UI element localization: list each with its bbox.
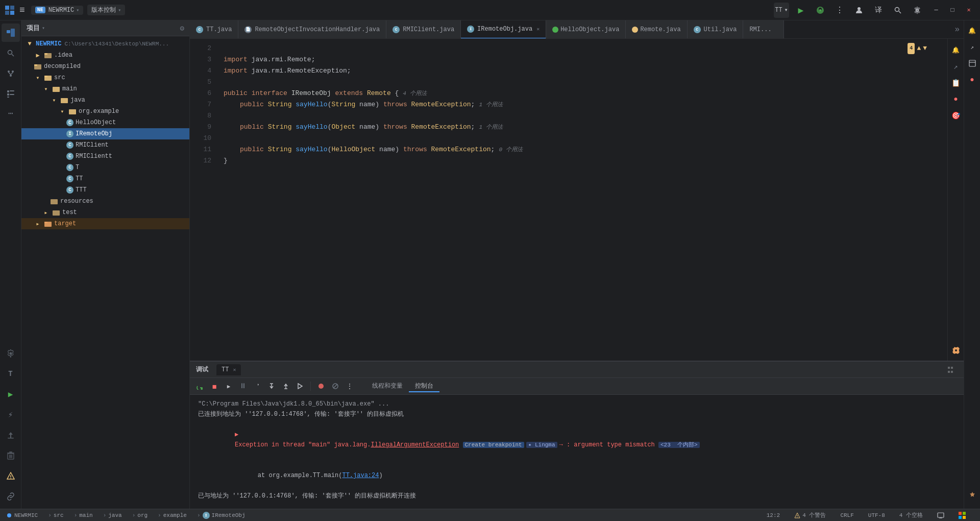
- tree-item-helloobject[interactable]: C HelloObject: [21, 117, 189, 128]
- right-external-icon[interactable]: ↗: [949, 59, 963, 74]
- sidebar-item-settings[interactable]: [2, 344, 20, 363]
- tree-item-rmiclientt[interactable]: C RMIClientt: [21, 151, 189, 162]
- tree-item-root[interactable]: ▼ NEWRMIC C:\Users\14341\Desktop\NEWRM..…: [21, 38, 189, 50]
- sidebar-item-more[interactable]: ⋯: [2, 104, 20, 123]
- warning-down-icon[interactable]: ▼: [923, 43, 927, 54]
- exception-class[interactable]: IllegalArgumentException: [371, 441, 459, 448]
- status-org[interactable]: org: [137, 512, 148, 518]
- run-config-button[interactable]: TT ▾: [774, 3, 789, 18]
- minimize-button[interactable]: —: [929, 3, 943, 17]
- tab-helloobject[interactable]: HelloObject.java: [546, 20, 626, 39]
- tree-item-TT[interactable]: C TT: [21, 173, 189, 184]
- warning-up-icon[interactable]: ▲: [917, 43, 921, 54]
- tree-item-src[interactable]: ▼ src: [21, 72, 189, 83]
- tree-item-T[interactable]: C T: [21, 162, 189, 173]
- tab-rmiclient[interactable]: C RMIClient.java: [386, 20, 461, 39]
- tab-util[interactable]: C Util.java: [688, 20, 744, 39]
- tab-rmi-overflow[interactable]: RMI...: [743, 20, 784, 39]
- account-button[interactable]: [851, 3, 867, 18]
- tab-iremoteobj[interactable]: I IRemoteObj.java ✕: [461, 20, 546, 39]
- sidebar-item-link[interactable]: [2, 487, 20, 506]
- right-clipboard-icon[interactable]: 📋: [949, 76, 963, 90]
- tree-item-decompiled[interactable]: decompiled: [21, 61, 189, 72]
- debug-session-tab[interactable]: TT ✕: [216, 364, 241, 375]
- status-position[interactable]: 12:2: [767, 512, 780, 518]
- tab-iremoteobj-close[interactable]: ✕: [536, 26, 540, 32]
- sidebar-item-project[interactable]: [2, 23, 20, 42]
- status-java[interactable]: java: [108, 512, 121, 518]
- version-control-button[interactable]: 版本控制 ▾: [87, 5, 125, 15]
- right-arrow-icon[interactable]: ↗: [965, 40, 979, 54]
- exception-arrow[interactable]: ▶: [235, 431, 242, 438]
- maximize-button[interactable]: □: [945, 3, 960, 17]
- code-editor[interactable]: 4 ▲ ▼ import java.rmi.Remote; import jav…: [215, 39, 947, 361]
- lingma-plugin[interactable]: ✦ Lingma: [526, 442, 557, 448]
- pause-button[interactable]: ⏸: [237, 380, 249, 392]
- debug-button[interactable]: [813, 3, 828, 18]
- console-tab[interactable]: 控制台: [409, 381, 439, 392]
- warning-count-badge[interactable]: 4: [908, 43, 915, 54]
- tree-item-rmiclient[interactable]: C RMIClient: [21, 139, 189, 151]
- run-button[interactable]: ▶: [793, 3, 808, 18]
- more-actions-button[interactable]: ⋮: [832, 3, 847, 18]
- stop-button[interactable]: ◼: [208, 380, 220, 392]
- tree-item-TTT[interactable]: C TTT: [21, 184, 189, 196]
- right-red-circle-icon[interactable]: ●: [965, 73, 979, 87]
- settings-button[interactable]: [910, 3, 925, 18]
- sidebar-item-warning[interactable]: [2, 467, 20, 485]
- status-file[interactable]: I IRemoteObj: [203, 512, 246, 519]
- debug-tab-close-icon[interactable]: ✕: [233, 367, 236, 373]
- close-button[interactable]: ✕: [962, 3, 976, 17]
- right-notifications-icon[interactable]: 🔔: [949, 43, 963, 57]
- sidebar-item-search[interactable]: [2, 44, 20, 62]
- status-src[interactable]: src: [54, 512, 64, 518]
- right-repo-icon[interactable]: [965, 56, 979, 70]
- sidebar-item-delete[interactable]: [2, 446, 20, 465]
- tree-item-idea[interactable]: ▶ .idea: [21, 50, 189, 61]
- translate-button[interactable]: 译: [871, 3, 886, 18]
- expand-console-icon[interactable]: [943, 363, 958, 377]
- sidebar-item-vcs[interactable]: [2, 64, 20, 83]
- more-debug-button[interactable]: ⋮: [344, 380, 356, 392]
- tab-remote[interactable]: Remote.java: [626, 20, 687, 39]
- right-ai-bar-icon[interactable]: [965, 488, 979, 503]
- restart-button[interactable]: [194, 380, 206, 392]
- tab-remote-handler[interactable]: 📄 RemoteObjectInvocationHandler.java: [238, 20, 386, 39]
- right-notifications-bar-icon[interactable]: 🔔: [965, 23, 979, 38]
- sidebar-item-font[interactable]: T: [2, 365, 20, 383]
- tabs-overflow-button[interactable]: »: [950, 25, 964, 34]
- status-project[interactable]: NEWRMIC: [6, 512, 38, 518]
- status-platform-icon[interactable]: [959, 512, 966, 519]
- breakpoints-button[interactable]: [315, 380, 327, 392]
- create-breakpoint[interactable]: Create breakpoint: [463, 442, 524, 448]
- status-notifications-icon[interactable]: [937, 512, 944, 519]
- tree-item-main[interactable]: ▼ main: [21, 83, 189, 94]
- status-warnings[interactable]: 4 个警告: [794, 511, 826, 519]
- stack-link[interactable]: TT.java:24: [342, 472, 379, 479]
- resume-button[interactable]: ▶: [223, 380, 235, 392]
- tab-tt[interactable]: C TT.java: [190, 20, 238, 39]
- step-out-button[interactable]: [280, 380, 292, 392]
- project-badge[interactable]: NE NEWRMIC ▾: [31, 6, 83, 15]
- tree-item-resources[interactable]: resources: [21, 196, 189, 207]
- status-indent[interactable]: 4 个空格: [899, 511, 923, 519]
- run-to-cursor-button[interactable]: [294, 380, 306, 392]
- tree-item-test[interactable]: ▶ test: [21, 207, 189, 218]
- step-into-button[interactable]: [265, 380, 278, 392]
- sidebar-item-lightning[interactable]: ⚡: [2, 406, 20, 424]
- tree-item-org-example[interactable]: ▼ org.example: [21, 106, 189, 117]
- right-target-icon[interactable]: 🎯: [949, 108, 963, 123]
- project-gear-icon[interactable]: ⚙: [180, 24, 184, 33]
- tree-item-target[interactable]: ▶ target: [21, 218, 189, 229]
- sidebar-item-structure[interactable]: [2, 85, 20, 103]
- status-main[interactable]: main: [79, 512, 92, 518]
- mute-breakpoints-button[interactable]: [329, 380, 341, 392]
- search-everywhere-button[interactable]: [890, 3, 905, 18]
- hamburger-menu-icon[interactable]: ≡: [19, 5, 25, 15]
- tree-item-iremoteobj[interactable]: I IRemoteObj: [21, 128, 189, 139]
- right-circle-icon[interactable]: ●: [949, 92, 963, 106]
- right-ai-icon[interactable]: [949, 343, 963, 358]
- step-over-button[interactable]: [251, 380, 263, 392]
- sidebar-item-upload[interactable]: [2, 426, 20, 444]
- thread-vars-tab[interactable]: 线程和变量: [366, 381, 409, 392]
